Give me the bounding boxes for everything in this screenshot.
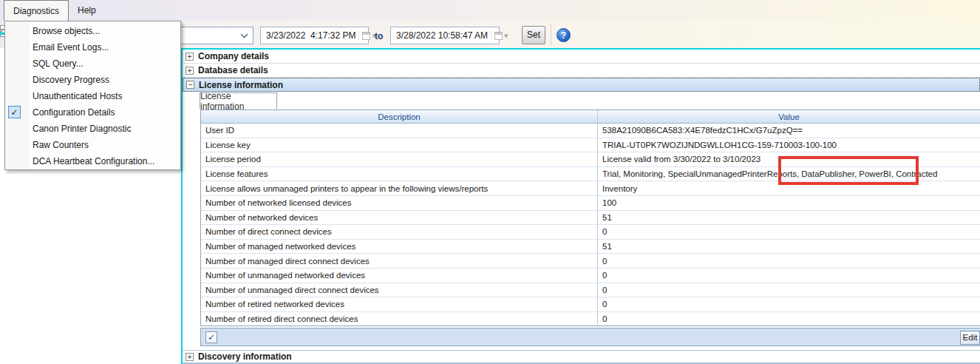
date-to-value: 3/28/2022 10:58:47 AM [396, 30, 488, 41]
menu-bar: Diagnostics Help [0, 0, 980, 21]
section-database-details[interactable]: + Database details [183, 64, 980, 78]
menu-item-label: Canon Printer Diagnostic [33, 124, 131, 134]
table-row[interactable]: Number of unmanaged networked devices0 [201, 269, 980, 283]
menu-item-browse-objects[interactable]: Browse objects... [5, 23, 180, 39]
row-value: 100 [598, 196, 980, 210]
row-value: 538A21090B6CA583:X4E78fedzC1HCx/G7uZpzQ=… [598, 124, 980, 138]
to-label: to [375, 31, 383, 41]
date-from-field[interactable]: 3/23/2022 4:17:32 PM ▾ [260, 27, 369, 44]
row-description: License features [201, 167, 598, 181]
table-row[interactable]: User ID538A21090B6CA583:X4E78fedzC1HCx/G… [201, 124, 980, 138]
menu-item-unauthenticated-hosts[interactable]: Unauthenticated Hosts [5, 88, 180, 104]
section-label: License information [199, 80, 283, 90]
menu-item-raw-counters[interactable]: Raw Counters [5, 137, 180, 153]
table-row[interactable]: Number of retired networked devices0 [201, 297, 980, 312]
toolbar-separator [551, 24, 551, 45]
chevron-down-icon [240, 33, 248, 38]
set-button[interactable]: Set [522, 26, 545, 44]
section-label: Company details [198, 51, 269, 61]
row-value: 0 [598, 225, 980, 239]
expand-icon[interactable]: + [186, 53, 194, 61]
footer-checkbox[interactable]: ✓ [205, 331, 217, 343]
section-label: Database details [198, 65, 268, 75]
table-row[interactable]: Number of direct connect devices0 [201, 225, 980, 240]
license-table-body: User ID538A21090B6CA583:X4E78fedzC1HCx/G… [201, 124, 980, 326]
row-description: Number of unmanaged direct connect devic… [201, 283, 598, 297]
table-row[interactable]: Number of networked devices51 [201, 211, 980, 226]
table-row[interactable]: Number of retired direct connect devices… [201, 312, 980, 326]
section-discovery-information[interactable]: + Discovery information [183, 350, 980, 364]
configuration-details-panel: + Company details + Database details − L… [181, 48, 980, 364]
row-description: License key [201, 138, 598, 152]
section-label: Discovery information [198, 351, 292, 362]
menu-item-discovery-progress[interactable]: Discovery Progress [5, 72, 180, 88]
menu-item-label: SQL Query... [33, 58, 84, 69]
row-description: Number of networked licensed devices [201, 196, 598, 210]
row-description: Number of managed networked devices [201, 240, 598, 254]
expand-icon[interactable]: + [186, 67, 194, 75]
date-from-value: 3/23/2022 4:17:32 PM [266, 30, 355, 41]
collapse-icon[interactable]: − [186, 81, 194, 89]
row-description: License period [201, 152, 598, 166]
section-company-details[interactable]: + Company details [183, 50, 980, 64]
menu-item-label: DCA Heartbeat Configuration... [33, 156, 154, 166]
edit-button[interactable]: Edit [960, 331, 980, 345]
row-value: 51 [598, 240, 980, 254]
row-description: License allows unmanaged printers to app… [201, 181, 598, 195]
menu-item-dca-heartbeat-configuration[interactable]: DCA Heartbeat Configuration... [5, 153, 180, 169]
help-icon[interactable]: ? [557, 28, 571, 42]
checkmark-icon: ✓ [8, 106, 21, 118]
table-row[interactable]: Number of unmanaged direct connect devic… [201, 283, 980, 298]
row-description: Number of retired networked devices [201, 297, 598, 311]
diagnostics-menu: Browse objects...Email Event Logs...SQL … [4, 21, 181, 170]
menu-item-label: Browse objects... [33, 26, 100, 36]
row-description: Number of managed direct connect devices [201, 254, 598, 268]
menu-item-label: Raw Counters [33, 140, 89, 150]
menu-item-canon-printer-diagnostic[interactable]: Canon Printer Diagnostic [5, 121, 180, 137]
menu-item-label: Unauthenticated Hosts [33, 91, 122, 101]
menu-diagnostics[interactable]: Diagnostics [4, 0, 69, 21]
menu-item-sql-query[interactable]: SQL Query... [5, 55, 180, 72]
row-value: 51 [598, 211, 980, 225]
table-footer: ✓ Edit [200, 328, 980, 346]
column-header-description[interactable]: Description [201, 110, 598, 123]
row-description: Number of networked devices [201, 211, 598, 225]
tab-license-information[interactable]: License information [200, 92, 277, 109]
row-value: 0 [598, 283, 980, 297]
calendar-dropdown-icon[interactable]: ▾ [491, 31, 508, 41]
menu-item-configuration-details[interactable]: ✓Configuration Details [5, 104, 180, 121]
table-row[interactable]: Number of networked licensed devices100 [201, 196, 980, 211]
menu-item-email-event-logs[interactable]: Email Event Logs... [5, 39, 180, 55]
section-license-information[interactable]: − License information [183, 78, 980, 92]
row-value: TRIAL-UT0PK7WOZIJNDGWLLOH1CG-159-710003-… [598, 138, 980, 152]
table-header: Description Value [201, 110, 980, 124]
menu-help[interactable]: Help [69, 0, 105, 21]
menu-item-label: Discovery Progress [33, 75, 109, 85]
calendar-dropdown-icon[interactable]: ▾ [358, 31, 376, 41]
row-value: 0 [598, 297, 980, 311]
date-to-field[interactable]: 3/28/2022 10:58:47 AM ▾ [390, 27, 500, 44]
menu-item-label: Configuration Details [33, 107, 115, 118]
row-value: 0 [598, 312, 980, 326]
row-description: Number of unmanaged networked devices [201, 269, 598, 283]
row-description: User ID [201, 124, 598, 138]
row-description: Number of retired direct connect devices [201, 312, 598, 326]
row-value: 0 [598, 254, 980, 268]
table-row[interactable]: License keyTRIAL-UT0PK7WOZIJNDGWLLOH1CG-… [201, 138, 980, 153]
table-row[interactable]: Number of managed direct connect devices… [201, 254, 980, 269]
table-row[interactable]: Number of managed networked devices51 [201, 240, 980, 255]
row-description: Number of direct connect devices [201, 225, 598, 239]
annotation-highlight [778, 156, 919, 185]
expand-icon[interactable]: + [186, 353, 194, 361]
menu-item-label: Email Event Logs... [33, 42, 109, 53]
row-value: 0 [598, 269, 980, 283]
license-table: Description Value User ID538A21090B6CA58… [200, 109, 980, 326]
column-header-value[interactable]: Value [598, 110, 980, 123]
